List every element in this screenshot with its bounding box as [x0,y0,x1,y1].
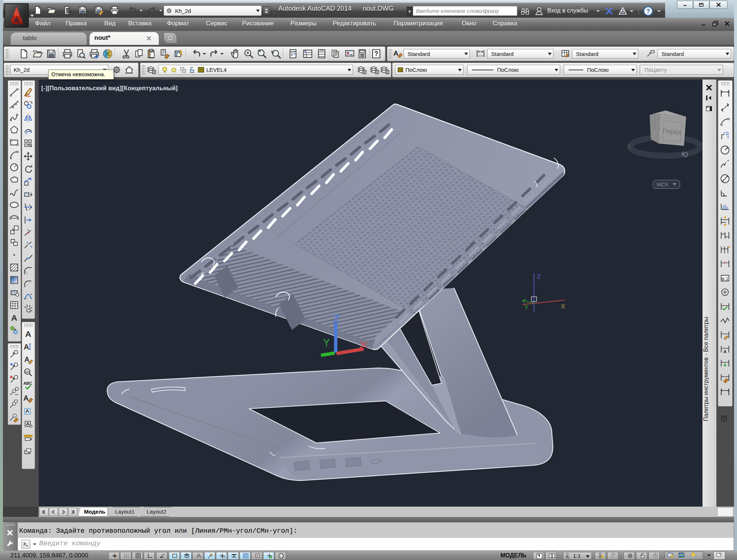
svg-text:A: A [393,49,398,57]
svg-text:A: A [11,313,17,323]
svg-text:?: ? [374,50,378,57]
svg-text:Y: Y [723,131,725,135]
svg-text:X: X [727,135,729,138]
svg-text:Y: Y [524,304,528,311]
svg-text:A: A [24,342,29,351]
svg-text:X: X [561,303,565,310]
svg-text:МСК: МСК [657,181,668,187]
svg-text:A: A [25,408,29,414]
svg-text:ABC: ABC [24,381,32,385]
svg-text:A: A [723,349,727,354]
svg-text:A: A [24,356,29,363]
svg-text:ABC: ABC [24,370,30,374]
svg-text:Z: Z [537,273,541,280]
svg-text:⌀.1: ⌀.1 [722,275,729,281]
svg-text:A: A [25,329,31,339]
svg-text:?: ? [646,8,650,14]
svg-text:Ю: Ю [681,150,689,159]
svg-text:A: A [26,421,29,427]
svg-text:Перед: Перед [663,127,681,135]
svg-text:A: A [23,394,28,402]
